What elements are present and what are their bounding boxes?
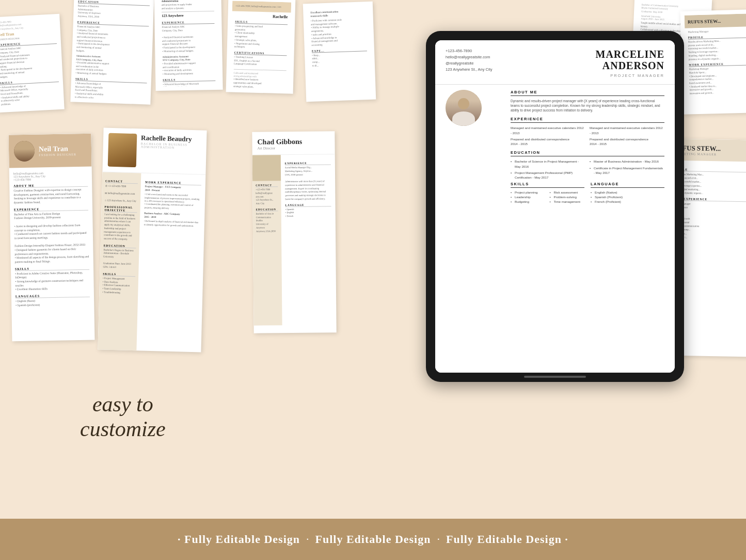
skills-sub-col-right: Risk assessment Problem-solving Time man… (550, 190, 585, 204)
rachelle-photo (108, 133, 137, 167)
rachelle-header: Rachelle Beaudry Bachelor in Business Ad… (102, 127, 207, 174)
neil-subtitle: FASHION DESIGNER (39, 153, 76, 156)
separator-1: · (306, 533, 309, 546)
edu-item-1: Bachelor of Science in Project Managemen… (511, 159, 585, 169)
chad-title: Art Director (258, 146, 330, 150)
resume-header: +123-456-7890 hello@reallygreatsite.com … (435, 40, 675, 85)
rachelle-contact-info: ✆ +1-123-456-7890 ✉ hello@reallygreatsit… (105, 184, 138, 203)
lang-2: Spanish (Proficient) (591, 195, 664, 199)
customize-line1: easy to (80, 392, 166, 417)
resume-social: @reallygreatsite (446, 61, 589, 66)
rachelle-sidebar: Contact ✆ +1-123-456-7890 ✉ hello@really… (98, 172, 141, 351)
experience-block: Managed and maintained executive calenda… (511, 125, 664, 146)
chad-contact-title: CONTACT (256, 184, 278, 187)
neil-tran-card: Neil Tran FASHION DESIGNER hello@reallyg… (9, 134, 95, 342)
resume-email: hello@reallygreatsite.com (446, 55, 589, 59)
bottom-banner: · Fully Editable Design · Fully Editable… (0, 519, 746, 560)
neil-header: Neil Tran FASHION DESIGNER (9, 134, 92, 168)
chad-contact-info: +123-456-7890 hello@reallygreatsite.com … (256, 188, 278, 205)
background-card-3: Administration and projections to apply … (154, 0, 223, 91)
exp-item-2: Prepared and distributed correspondence2… (511, 137, 585, 147)
rachelle-card: Rachelle Beaudry Bachelor in Business Ad… (98, 127, 207, 352)
rachelle-work-text: Project Manager - XYZ Company2018 - Pres… (145, 185, 201, 194)
neil-photo (14, 141, 35, 162)
about-me-text: Dynamic and results-driven project manag… (511, 99, 664, 113)
customize-text-block: easy to customize (80, 392, 166, 441)
editable-text-2: Fully Editable Design (315, 533, 431, 546)
experience-title: EXPERIENCE (511, 117, 664, 123)
resume-name-area: MARCELINEANDERSON PROJECT MANAGER (596, 49, 664, 78)
chad-language-items: • Spanish • English • French (285, 207, 331, 218)
resume-job-title: PROJECT MANAGER (596, 73, 664, 78)
neil-languages-text: • English (fluent)• Spanish (proficient) (15, 298, 90, 308)
rachelle-objective-title: Professional Objective (104, 205, 137, 213)
editable-text-3: Fully Editable Design · (446, 533, 568, 546)
tablet: +123-456-7890 hello@reallygreatsite.com … (426, 31, 684, 382)
experience-col-right: Managed and maintained executive calenda… (590, 125, 664, 146)
rachelle-work2-title: Business Analyst - ABC Company2015 - 201… (144, 212, 200, 220)
rachelle-subtitle: Bachelor in Business Administration (141, 142, 201, 150)
experience-col-left: Managed and maintained executive calenda… (511, 125, 585, 146)
background-card-7: RUFUS STEW... Marketing Manager PROFILE … (680, 9, 746, 115)
chad-card: Chad Gibbons Art Director CONTACT +123-4… (252, 131, 336, 333)
neil-experience-text: Bachelor of Fine Arts in Fashion DesignF… (14, 212, 89, 264)
lang-1: English (Native) (591, 190, 664, 194)
tablet-screen: +123-456-7890 hello@reallygreatsite.com … (435, 40, 675, 373)
chad-sidebar: CONTACT +123-456-7890 hello@reallygreats… (252, 155, 282, 325)
background-card-4: +123-456-7890 | hello@reallygreatsite.co… (226, 0, 296, 94)
skills-two-col: Project planning Leadership Budgeting Ri… (511, 190, 584, 204)
neil-languages-title: Languages (15, 294, 90, 299)
neil-name: Neil Tran (39, 145, 76, 153)
neil-about-title: About Me (13, 183, 88, 188)
rachelle-work-desc: • I led cross-functional teams in the su… (145, 193, 201, 211)
editable-text-1: · Fully Editable Design (178, 533, 300, 546)
exp-item-3: Managed and maintained executive calenda… (590, 125, 664, 135)
skills-sub-col-left: Project planning Leadership Budgeting (511, 190, 546, 204)
chad-experience-title: EXPERIENCE (285, 162, 331, 165)
education-block: Bachelor of Science in Project Managemen… (511, 159, 664, 181)
tablet-home-bar (524, 376, 586, 378)
resume-left-col (446, 90, 502, 367)
education-col-right: Master of Business Administration - May … (590, 159, 664, 181)
rachelle-work2-desc: • Performed in-depth analysis of financi… (144, 220, 200, 228)
lang-3: French (Proficient) (591, 200, 664, 203)
skills-title: SKILLS (511, 182, 584, 188)
background-card-5: Excellent communicationteamwork skills •… (303, 2, 376, 102)
rachelle-body: Contact ✆ +1-123-456-7890 ✉ hello@really… (98, 172, 205, 352)
resume-right-col: ABOUT ME Dynamic and results-driven proj… (511, 90, 664, 367)
chad-education-text: Bachelor of Arts inCommunicationStudiesU… (256, 212, 278, 233)
resume-full-name: MARCELINEANDERSON (596, 49, 664, 71)
rachelle-contact-title: Contact (105, 180, 138, 184)
background-card-1: +123-456-7890hello@reallygreatsite.com12… (0, 14, 65, 113)
skill-3: Budgeting (511, 200, 546, 203)
rachelle-objective-text: I am looking for a challenging position … (104, 213, 137, 242)
chad-experience-text: Social Media Manager Dig... Marketing Ag… (285, 166, 331, 201)
rachelle-education-title: Education (104, 244, 136, 248)
resume-content: +123-456-7890 hello@reallygreatsite.com … (435, 40, 675, 373)
profile-photo (446, 90, 482, 126)
resume-address: 123 Anywhere St., Any City (446, 67, 589, 72)
resume-body: ABOUT ME Dynamic and results-driven proj… (435, 85, 675, 373)
separator-2: · (437, 533, 440, 546)
edu-item-3: Master of Business Administration - May … (590, 159, 664, 164)
skill-1: Project planning (511, 190, 546, 194)
skill-2: Leadership (511, 195, 546, 199)
chad-body: CONTACT +123-456-7890 hello@reallygreats… (252, 154, 337, 325)
chad-education-title: EDUCATION (256, 208, 278, 211)
neil-experience-title: Experience (14, 207, 88, 212)
rachelle-work-title: Work Experience (145, 181, 201, 186)
language-title: LANGUAGE (591, 182, 664, 188)
rachelle-skills-text: • Project Management• Data Analysis• Eff… (102, 277, 135, 295)
neil-name-area: Neil Tran FASHION DESIGNER (39, 145, 76, 156)
rachelle-name-area: Rachelle Beaudry Bachelor in Business Ad… (141, 134, 202, 150)
rachelle-skills-title: Skills (103, 272, 135, 277)
chad-header: Chad Gibbons Art Director (252, 131, 335, 155)
neil-body: hello@reallygreatsite.com 123 Anywhere S… (9, 167, 94, 312)
neil-skills-title: Skills (15, 266, 89, 271)
resume-contact-section: +123-456-7890 hello@reallygreatsite.com … (446, 49, 589, 73)
neil-skills-text: • Proficient in Adobe Creative Suite (Il… (15, 270, 90, 292)
exp-item-1: Managed and maintained executive calenda… (511, 125, 585, 135)
skill-4: Risk assessment (550, 190, 585, 194)
customize-line2: customize (80, 417, 166, 441)
chad-name: Chad Gibbons (257, 137, 329, 146)
